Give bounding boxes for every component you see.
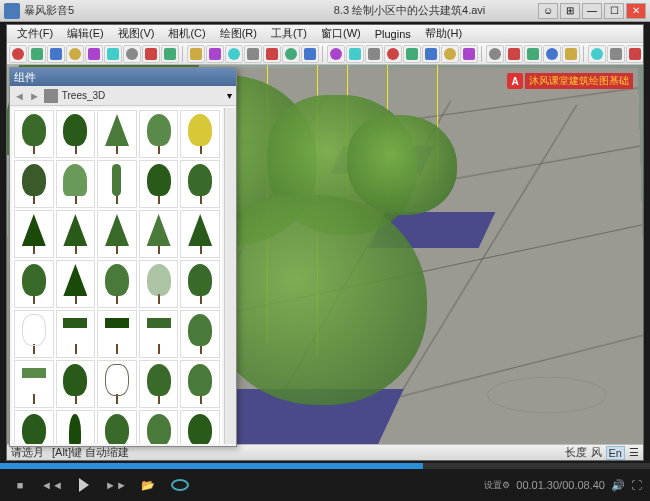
component-tree-18[interactable] xyxy=(97,260,137,308)
zoom-ext-button[interactable] xyxy=(543,45,561,63)
print-button[interactable] xyxy=(161,45,179,63)
copy-button[interactable] xyxy=(85,45,103,63)
new-button[interactable] xyxy=(9,45,27,63)
rect-button[interactable] xyxy=(225,45,243,63)
component-tree-34[interactable] xyxy=(139,410,179,444)
top-button[interactable] xyxy=(607,45,625,63)
pan-button[interactable] xyxy=(505,45,523,63)
component-tree-35[interactable] xyxy=(180,410,220,444)
menu-item[interactable]: 帮助(H) xyxy=(419,25,468,42)
next-button[interactable]: ►► xyxy=(104,473,128,497)
component-tree-17[interactable] xyxy=(56,260,96,308)
component-panel[interactable]: 组件 ◄ ► Trees_3D ▾ xyxy=(9,67,237,447)
select-button[interactable] xyxy=(187,45,205,63)
offset-button[interactable] xyxy=(403,45,421,63)
component-tree-07[interactable] xyxy=(56,160,96,208)
menu-item[interactable]: Plugins xyxy=(369,27,417,41)
redo-button[interactable] xyxy=(142,45,160,63)
open-button[interactable] xyxy=(28,45,46,63)
tape-button[interactable] xyxy=(422,45,440,63)
component-tree-05[interactable] xyxy=(180,110,220,158)
component-tree-02[interactable] xyxy=(56,110,96,158)
save-button[interactable] xyxy=(47,45,65,63)
cut-button[interactable] xyxy=(66,45,84,63)
component-tree-31[interactable] xyxy=(14,410,54,444)
rotate-button[interactable] xyxy=(365,45,383,63)
component-tree-01[interactable] xyxy=(14,110,54,158)
panel-title[interactable]: 组件 xyxy=(10,68,236,86)
component-tree-22[interactable] xyxy=(56,310,96,358)
paste-button[interactable] xyxy=(104,45,122,63)
component-tree-33[interactable] xyxy=(97,410,137,444)
component-tree-11[interactable] xyxy=(14,210,54,258)
component-tree-29[interactable] xyxy=(139,360,179,408)
fullscreen-button[interactable]: ⛶ xyxy=(631,479,642,491)
minimize-button[interactable]: — xyxy=(582,3,602,19)
component-tree-16[interactable] xyxy=(14,260,54,308)
status-lang-icon[interactable]: En xyxy=(606,446,625,460)
menu-item[interactable]: 工具(T) xyxy=(265,25,313,42)
nav-fwd-icon[interactable]: ► xyxy=(29,90,40,102)
component-tree-12[interactable] xyxy=(56,210,96,258)
component-tree-20[interactable] xyxy=(180,260,220,308)
nav-back-icon[interactable]: ◄ xyxy=(14,90,25,102)
front-button[interactable] xyxy=(626,45,643,63)
push-button[interactable] xyxy=(327,45,345,63)
prev-button[interactable]: ◄◄ xyxy=(40,473,64,497)
component-tree-08[interactable] xyxy=(97,160,137,208)
progress-bar[interactable] xyxy=(0,463,650,469)
component-tree-15[interactable] xyxy=(180,210,220,258)
menu-item[interactable]: 窗口(W) xyxy=(315,25,367,42)
component-tree-21[interactable] xyxy=(14,310,54,358)
line-button[interactable] xyxy=(282,45,300,63)
text-button[interactable] xyxy=(441,45,459,63)
scale-button[interactable] xyxy=(384,45,402,63)
component-tree-25[interactable] xyxy=(180,310,220,358)
component-tree-06[interactable] xyxy=(14,160,54,208)
eraser-button[interactable] xyxy=(206,45,224,63)
component-tree-04[interactable] xyxy=(139,110,179,158)
play-button[interactable] xyxy=(72,473,96,497)
component-tree-26[interactable] xyxy=(14,360,54,408)
component-tree-13[interactable] xyxy=(97,210,137,258)
menu-item[interactable]: 相机(C) xyxy=(162,25,211,42)
freehand-button[interactable] xyxy=(301,45,319,63)
zoom-button[interactable] xyxy=(524,45,542,63)
component-tree-24[interactable] xyxy=(139,310,179,358)
skin-button[interactable]: ⊞ xyxy=(560,3,580,19)
component-tree-10[interactable] xyxy=(180,160,220,208)
circle-button[interactable] xyxy=(244,45,262,63)
volume-icon[interactable]: 🔊 xyxy=(611,479,625,492)
component-tree-23[interactable] xyxy=(97,310,137,358)
menu-item[interactable]: 绘图(R) xyxy=(214,25,263,42)
maximize-button[interactable]: ☐ xyxy=(604,3,624,19)
close-button[interactable]: ✕ xyxy=(626,3,646,19)
status-icon[interactable]: ☰ xyxy=(629,446,639,459)
iso-button[interactable] xyxy=(588,45,606,63)
panel-scrollbar[interactable] xyxy=(224,108,236,444)
home-icon[interactable] xyxy=(44,89,58,103)
component-tree-28[interactable] xyxy=(97,360,137,408)
stop-button[interactable]: ■ xyxy=(8,473,32,497)
arc-button[interactable] xyxy=(263,45,281,63)
prev-button[interactable] xyxy=(562,45,580,63)
component-tree-19[interactable] xyxy=(139,260,179,308)
component-tree-27[interactable] xyxy=(56,360,96,408)
component-tree-14[interactable] xyxy=(139,210,179,258)
settings-label[interactable]: 设置⚙ xyxy=(484,479,510,492)
paint-button[interactable] xyxy=(460,45,478,63)
menu-item[interactable]: 文件(F) xyxy=(11,25,59,42)
undo-button[interactable] xyxy=(123,45,141,63)
component-tree-03[interactable] xyxy=(97,110,137,158)
component-tree-09[interactable] xyxy=(139,160,179,208)
menu-item[interactable]: 编辑(E) xyxy=(61,25,110,42)
move-button[interactable] xyxy=(346,45,364,63)
menu-item[interactable]: 视图(V) xyxy=(112,25,161,42)
component-tree-32[interactable] xyxy=(56,410,96,444)
panel-dropdown-icon[interactable]: ▾ xyxy=(227,90,232,101)
eye-mode-button[interactable] xyxy=(168,473,192,497)
orbit-button[interactable] xyxy=(486,45,504,63)
component-tree-30[interactable] xyxy=(180,360,220,408)
open-file-button[interactable]: 📂 xyxy=(136,473,160,497)
feedback-button[interactable]: ☺ xyxy=(538,3,558,19)
